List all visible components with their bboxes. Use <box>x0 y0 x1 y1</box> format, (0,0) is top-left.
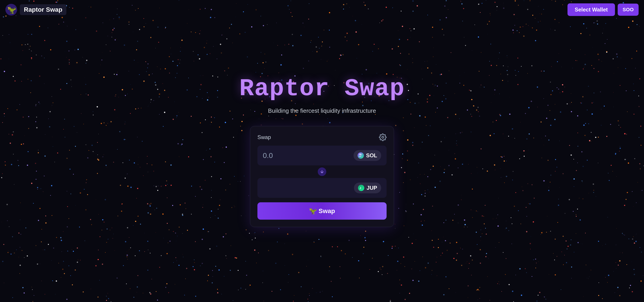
soo-button[interactable]: SOO <box>618 4 638 16</box>
from-token-selector[interactable]: SOL <box>354 150 381 161</box>
from-amount-input[interactable] <box>263 152 328 160</box>
header-right: Select Wallet SOO <box>568 4 638 16</box>
settings-icon[interactable] <box>379 134 386 141</box>
sol-token-icon <box>358 152 364 159</box>
swap-card-label: Swap <box>258 134 271 140</box>
header: 🦖 Raptor Swap Select Wallet SOO <box>0 0 644 19</box>
hero-title: Raptor Swap <box>240 75 405 102</box>
swap-direction-button[interactable] <box>317 167 327 177</box>
jup-token-icon: J <box>358 185 364 191</box>
swap-card-header: Swap <box>258 134 386 141</box>
svg-point-2 <box>382 136 384 138</box>
svg-text:J: J <box>360 186 361 190</box>
swap-action-button[interactable]: 🦖 Swap <box>258 202 386 220</box>
swap-direction-wrapper <box>258 167 386 177</box>
to-token-label: JUP <box>366 185 377 191</box>
to-token-box: J JUP <box>258 178 386 198</box>
from-token-label: SOL <box>366 152 377 159</box>
hero-subtitle: Building the fiercest liquidity infrastr… <box>268 107 376 114</box>
svg-text:🦖: 🦖 <box>7 6 16 14</box>
raptor-logo-icon: 🦖 <box>6 4 17 16</box>
svg-point-3 <box>358 152 364 159</box>
from-token-box: SOL <box>258 146 386 166</box>
logo-area: 🦖 Raptor Swap <box>6 4 66 16</box>
logo-text: Raptor Swap <box>20 4 66 15</box>
swap-card: Swap SOL <box>250 126 394 227</box>
svg-point-5 <box>358 185 364 191</box>
to-token-selector[interactable]: J JUP <box>354 182 381 193</box>
select-wallet-button[interactable]: Select Wallet <box>568 4 615 16</box>
main-content: Raptor Swap Building the fiercest liquid… <box>0 0 644 302</box>
arrow-down-icon <box>320 170 324 174</box>
